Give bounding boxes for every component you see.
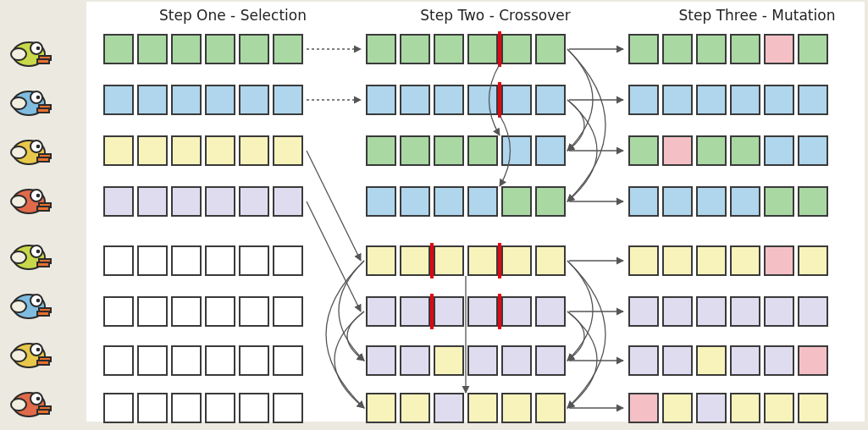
svg-point-27	[36, 348, 41, 352]
gene-cell	[628, 393, 659, 423]
chromosome-row	[103, 186, 303, 217]
gene-cell	[400, 345, 430, 376]
gene-cell	[764, 135, 794, 166]
gene-cell	[239, 186, 269, 217]
gene-cell	[137, 245, 168, 276]
gene-cell	[273, 245, 303, 276]
gene-cell	[730, 345, 760, 376]
chromosome-row	[103, 85, 303, 115]
chromosome-row	[103, 135, 303, 166]
svg-point-15	[36, 194, 41, 198]
chromosome-row	[628, 85, 828, 115]
bird-icon	[7, 183, 54, 217]
crossover-cut-marker	[498, 31, 501, 67]
gene-cell	[628, 135, 659, 166]
svg-point-5	[11, 97, 26, 109]
gene-cell	[764, 393, 794, 423]
gene-cell	[205, 345, 235, 376]
gene-cell	[400, 85, 430, 115]
gene-cell	[662, 245, 693, 276]
svg-point-29	[11, 399, 26, 411]
gene-cell	[764, 34, 794, 64]
gene-cell	[501, 186, 532, 217]
gene-cell	[171, 186, 202, 217]
chromosome-row	[103, 296, 303, 327]
gene-cell	[662, 135, 693, 166]
svg-point-23	[36, 299, 41, 303]
gene-cell	[103, 85, 134, 115]
gene-cell	[103, 393, 134, 423]
svg-point-25	[11, 350, 26, 361]
crossover-cut-marker	[430, 294, 434, 329]
gene-cell	[730, 85, 760, 115]
gene-cell	[400, 186, 430, 217]
gene-cell	[662, 345, 693, 376]
chromosome-row	[366, 34, 566, 64]
chromosome-row	[366, 85, 566, 115]
gene-cell	[205, 186, 235, 217]
gene-cell	[730, 393, 760, 423]
gene-cell	[501, 135, 532, 166]
gene-cell	[434, 393, 464, 423]
gene-cell	[628, 245, 659, 276]
gene-cell	[798, 186, 828, 217]
gene-cell	[696, 296, 727, 327]
gene-cell	[467, 393, 498, 423]
svg-point-11	[36, 145, 41, 149]
gene-cell	[467, 345, 498, 376]
chromosome-row	[628, 245, 828, 276]
gene-cell	[273, 186, 303, 217]
gene-cell	[535, 34, 566, 64]
gene-cell	[400, 245, 430, 276]
gene-cell	[628, 296, 659, 327]
chromosome-row	[366, 245, 566, 276]
gene-cell	[798, 34, 828, 64]
svg-point-9	[11, 146, 26, 158]
gene-cell	[205, 393, 235, 423]
gene-cell	[137, 135, 168, 166]
gene-cell	[467, 135, 498, 166]
gene-cell	[764, 345, 794, 376]
gene-cell	[535, 186, 566, 217]
bird-icon	[7, 134, 54, 168]
chromosome-row	[628, 393, 828, 423]
gene-cell	[366, 245, 396, 276]
gene-cell	[434, 296, 464, 327]
chromosome-row	[366, 135, 566, 166]
gene-cell	[205, 34, 235, 64]
crossover-cut-marker	[498, 294, 501, 329]
gene-cell	[239, 393, 269, 423]
gene-cell	[366, 345, 396, 376]
gene-cell	[239, 345, 269, 376]
gene-cell	[535, 296, 566, 327]
svg-point-7	[36, 96, 41, 100]
chromosome-row	[628, 345, 828, 376]
gene-cell	[696, 85, 727, 115]
gene-cell	[103, 345, 134, 376]
title-step-3: Step Three - Mutation	[664, 7, 850, 24]
gene-cell	[103, 296, 134, 327]
bird-icon	[7, 337, 54, 371]
gene-cell	[273, 296, 303, 327]
gene-cell	[730, 34, 760, 64]
gene-cell	[501, 85, 532, 115]
gene-cell	[730, 245, 760, 276]
gene-cell	[171, 85, 202, 115]
gene-cell	[467, 186, 498, 217]
gene-cell	[628, 34, 659, 64]
gene-cell	[400, 393, 430, 423]
gene-cell	[171, 296, 202, 327]
gene-cell	[400, 296, 430, 327]
gene-cell	[434, 245, 464, 276]
gene-cell	[137, 345, 168, 376]
gene-cell	[137, 85, 168, 115]
gene-cell	[366, 34, 396, 64]
svg-point-1	[11, 48, 26, 60]
gene-cell	[239, 245, 269, 276]
gene-cell	[730, 296, 760, 327]
svg-point-17	[11, 251, 26, 263]
gene-cell	[501, 245, 532, 276]
gene-cell	[205, 296, 235, 327]
svg-point-31	[36, 397, 41, 401]
chromosome-row	[103, 245, 303, 276]
